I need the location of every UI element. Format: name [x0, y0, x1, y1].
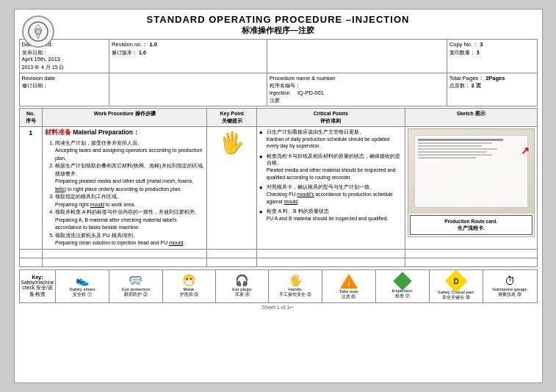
take-note-label: Take note注意 ⑥	[324, 289, 374, 300]
critical-point-4: 检查 A 料、B 料的质量状态 PU A and B material shou…	[259, 208, 402, 222]
work-procedure-cell: 材料准备 Material Preparation： 阅读生产计划，接受任务并安…	[42, 126, 207, 249]
table-row-empty-1	[19, 249, 537, 258]
main-procedure-table: No.序号 Work Procedure 操作步骤 Key Point关键提示 …	[19, 108, 538, 266]
meta-table-top: Date Issued: 发布日期： April 15th, 2013 2013…	[19, 39, 538, 106]
gauge-icon: ⏱	[485, 275, 535, 287]
footer-item-safety-shoes: 👟 Safety shoes安全鞋 ①	[56, 269, 109, 302]
date-issued-label-cn: 发布日期：	[22, 49, 107, 57]
row-number: 1	[19, 126, 42, 249]
proc-name-label-cn: 程序名编号：	[270, 82, 444, 90]
warning-triangle-icon: !	[340, 274, 358, 289]
footer-item-hands: 🖐 Hands:手工操作安全 ⑤	[269, 269, 322, 302]
footer-item-take-note: ! Take note注意 ⑥	[322, 269, 375, 302]
footer-item-safety-critical: D Safety Critical part:安全关键点 ⑧	[430, 269, 483, 302]
sketch-image-box: ↗ Production Route card. 生产流程卡.	[408, 128, 535, 237]
table-row-empty-2	[19, 258, 537, 266]
proc-name-label: Procedure name & number	[270, 75, 444, 83]
revision-no-label: Revision no.： 1.0	[112, 41, 264, 49]
title-english: STANDARD OPERATING PROCEDURE –INJECTION	[19, 14, 538, 25]
footer-item-eye-protection: 🥽 Eye protection眼部防护 ②	[109, 269, 162, 302]
red-arrow-icon: ↗	[521, 144, 530, 159]
page-number: Sheet 1 of 1↵	[19, 305, 538, 311]
hands-icon: 🖐	[270, 274, 319, 287]
table-row: 1 材料准备 Material Preparation： 阅读生产计划，接受任务…	[19, 126, 537, 249]
svg-point-1	[35, 29, 41, 35]
critical-point-1: 日生产计划看板应该由生产主管每日更新。 Kanban of daily prod…	[259, 128, 402, 150]
substance-gauge-label: Substance gauge:测量仪表 ⑨	[485, 287, 535, 298]
ear-plug-icon: 🎧	[217, 274, 267, 287]
proc-name-val-cn: 注胶	[270, 97, 444, 104]
header-area: STANDARD OPERATING PROCEDURE –INJECTION …	[19, 14, 538, 36]
footer-item-inspection: Inspection:检查 ⑦	[375, 269, 430, 302]
footer-item-mask: 😷 Mask:护面具 ③	[162, 269, 215, 302]
total-pages-label-cn: 总页数： 2 页	[450, 82, 535, 90]
key-point-cell: 🖐	[207, 126, 256, 249]
safety-shoes-label: Safety shoes安全鞋 ①	[57, 287, 106, 298]
step-5: 领取清洗注胶机头及 PU 模具/溶剂。 Preparing clean solu…	[55, 232, 205, 247]
footer-item-substance-gauge: ⏱ Substance gauge:测量仪表 ⑨	[483, 269, 537, 302]
hand-stop-icon: 🖐	[209, 128, 253, 157]
ear-plugs-label: Ear plugs:耳塞 ④	[217, 287, 267, 298]
critical-point-2: 检查流程卡与折纸及相应材料的质量的状态，确保接收的是合格。 Pleated me…	[259, 153, 402, 181]
critical-points-cell: 日生产计划看板应该由生产主管每日更新。 Kanban of daily prod…	[256, 126, 405, 249]
step-2: 根据生产计划领取折叠和其它材料(铁网、泡棉)并拉到指定的区域,摆放整齐。 Pre…	[55, 162, 205, 193]
date-issued-val-cn: 2013 年 4 月 15 日	[22, 64, 107, 71]
revision-date-label: Revision date	[22, 75, 107, 83]
footer-item-ear: 🎧 Ear plugs:耳塞 ④	[216, 269, 269, 302]
critical-point-3: 对照模具卡，确认模具的型号与生产计划一致。 Checking PU mould'…	[259, 184, 402, 205]
hands-label: Hands:手工操作安全 ⑤	[270, 287, 319, 298]
mask-label: Mask:护面具 ③	[165, 287, 214, 298]
company-logo	[22, 15, 54, 48]
col-header-work: Work Procedure 操作步骤	[42, 109, 207, 127]
step-4: 领取并检查 A 料的标签与作业内容的一致性，并放到注胶机旁。 Preparing…	[55, 208, 205, 232]
key-label-cell: Key: Safety/machine check 安全/设备 检查	[19, 269, 56, 302]
safety-critical-icon: D	[448, 273, 464, 290]
col-header-sketch: Sketch 图示	[405, 109, 537, 127]
total-pages-label: Total Pages： 2Pages	[450, 75, 535, 83]
col-header-key: Key Point关键提示	[207, 109, 256, 127]
copy-no-label-cn: 复印数量： 3	[450, 49, 535, 57]
col-header-no: No.序号	[19, 109, 42, 127]
route-card-label: Production Route card. 生产流程卡.	[410, 215, 532, 235]
copy-no-label: Copy No.： 3	[450, 41, 535, 49]
revision-no-label-cn: 修订版本： 1.0	[112, 49, 264, 57]
proc-name-val: Injection IQ-PD-001	[270, 90, 444, 98]
col-header-critical: Critical Points评价准则	[256, 109, 405, 127]
step-1: 阅读生产计划，接受任务并安排人员。 Accepting tasks and as…	[55, 139, 205, 163]
date-issued-val-en: April 15th, 2013	[22, 56, 107, 64]
step-3: 领取指定的模具到工作区域。 Preparing right mould to w…	[55, 193, 205, 208]
document-page: STANDARD OPERATING PROCEDURE –INJECTION …	[14, 9, 543, 383]
section-title: 材料准备 Material Preparation：	[45, 128, 205, 137]
inspection-diamond-icon	[396, 275, 409, 288]
sketch-cell: ↗ Production Route card. 生产流程卡.	[405, 126, 537, 249]
title-chinese: 标准操作程序—注胶	[19, 25, 538, 36]
mask-icon: 😷	[165, 274, 214, 287]
footer-key-table: Key: Safety/machine check 安全/设备 检查 👟 Saf…	[19, 269, 538, 303]
revision-date-label-cn: 修订日期：	[22, 82, 107, 90]
document-title: STANDARD OPERATING PROCEDURE –INJECTION …	[19, 14, 538, 36]
safety-shoe-icon: 👟	[57, 274, 106, 287]
eye-protection-label: Eye protection眼部防护 ②	[111, 287, 161, 298]
eye-protection-icon: 🥽	[111, 274, 161, 287]
